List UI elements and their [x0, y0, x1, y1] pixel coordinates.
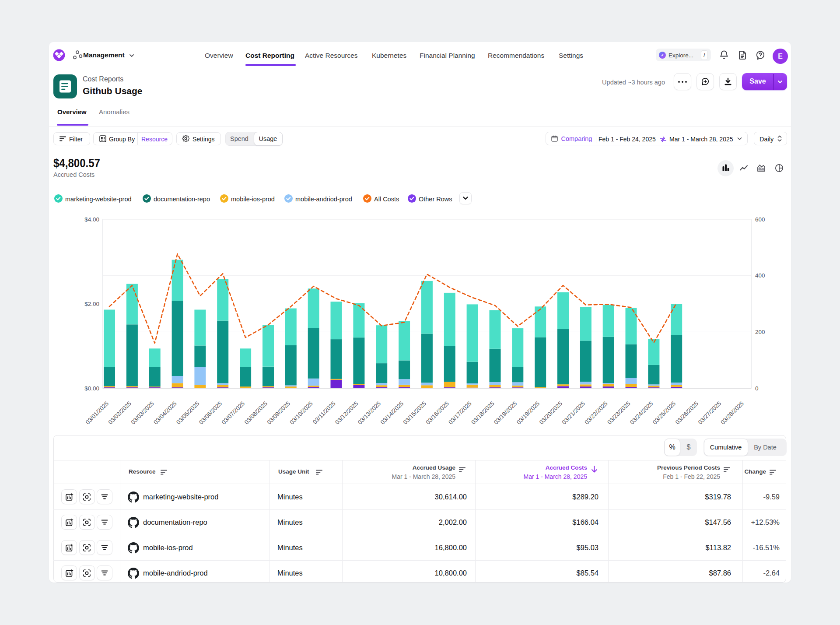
- svg-text:0: 0: [755, 385, 759, 392]
- svg-text:03/03/2025: 03/03/2025: [130, 400, 155, 425]
- svg-text:03/25/2025: 03/25/2025: [651, 400, 677, 425]
- svg-text:03/11/2025: 03/11/2025: [312, 400, 337, 425]
- svg-text:03/12/2025: 03/12/2025: [334, 400, 359, 425]
- svg-text:400: 400: [755, 272, 765, 279]
- svg-text:$4.00: $4.00: [84, 216, 99, 223]
- svg-text:03/15/2025: 03/15/2025: [402, 400, 427, 425]
- svg-text:03/07/2025: 03/07/2025: [220, 400, 246, 425]
- svg-text:03/18/2025: 03/18/2025: [470, 400, 495, 425]
- svg-text:$0.00: $0.00: [84, 385, 99, 392]
- svg-text:03/14/2025: 03/14/2025: [379, 400, 405, 425]
- svg-text:200: 200: [755, 329, 765, 335]
- svg-text:03/22/2025: 03/22/2025: [583, 400, 609, 425]
- svg-text:03/06/2025: 03/06/2025: [198, 400, 223, 425]
- svg-text:03/17/2025: 03/17/2025: [447, 400, 472, 425]
- svg-text:03/28/2025: 03/28/2025: [720, 400, 745, 425]
- svg-text:03/08/2025: 03/08/2025: [243, 400, 269, 425]
- svg-text:03/01/2025: 03/01/2025: [84, 400, 110, 425]
- svg-text:03/16/2025: 03/16/2025: [425, 400, 450, 425]
- svg-text:03/05/2025: 03/05/2025: [175, 400, 200, 425]
- svg-text:03/27/2025: 03/27/2025: [697, 400, 722, 425]
- svg-text:$2.00: $2.00: [84, 301, 99, 307]
- svg-text:03/13/2025: 03/13/2025: [357, 400, 382, 425]
- svg-text:03/24/2025: 03/24/2025: [629, 400, 654, 425]
- svg-text:03/20/2025: 03/20/2025: [538, 400, 564, 425]
- svg-text:03/10/2025: 03/10/2025: [288, 400, 314, 425]
- svg-text:03/23/2025: 03/23/2025: [606, 400, 631, 425]
- svg-text:03/19/2025: 03/19/2025: [493, 400, 518, 425]
- svg-text:600: 600: [755, 216, 765, 223]
- svg-text:03/02/2025: 03/02/2025: [107, 400, 133, 425]
- svg-text:03/19/2025: 03/19/2025: [515, 400, 541, 425]
- svg-text:03/26/2025: 03/26/2025: [674, 400, 700, 425]
- svg-text:03/21/2025: 03/21/2025: [561, 400, 586, 425]
- svg-text:03/09/2025: 03/09/2025: [266, 400, 291, 425]
- svg-text:03/04/2025: 03/04/2025: [152, 400, 178, 425]
